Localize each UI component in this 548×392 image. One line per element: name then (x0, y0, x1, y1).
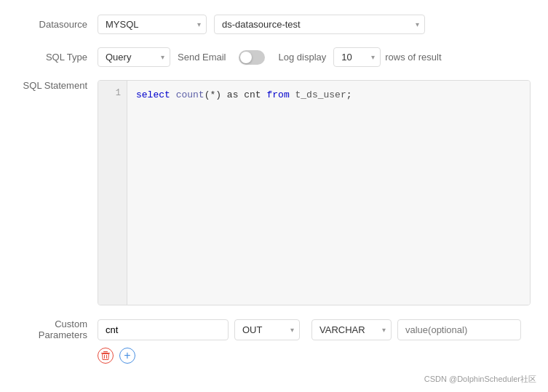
datasource-type-wrapper: MYSQL POSTGRESQL HIVE SPARK ▾ (98, 15, 207, 34)
param-direction-select[interactable]: OUT IN DIRECT (234, 319, 300, 340)
action-icons-row: + (98, 348, 531, 364)
param-name-input[interactable] (98, 319, 229, 340)
sql-editor-container: 1 select count(*) as cnt from t_ds_user; (98, 80, 531, 305)
sql-statement-label: SQL Statement (17, 80, 98, 91)
param-type-select[interactable]: VARCHAR INTEGER LONG FLOAT DOUBLE DATE T… (311, 319, 392, 340)
datasource-type-select[interactable]: MYSQL POSTGRESQL HIVE SPARK (98, 15, 207, 34)
param-value-input[interactable] (397, 319, 521, 340)
send-email-toggle[interactable] (239, 50, 265, 65)
custom-parameters-label: Custom Parameters (17, 319, 98, 340)
log-display-select[interactable]: 10 25 50 100 (333, 47, 381, 67)
line-numbers: 1 (98, 81, 127, 305)
param-direction-wrapper: OUT IN DIRECT ▾ (234, 319, 300, 340)
datasource-label: Datasource (17, 19, 98, 30)
toggle-knob (240, 52, 252, 63)
param-type-wrapper: VARCHAR INTEGER LONG FLOAT DOUBLE DATE T… (311, 319, 392, 340)
add-param-button[interactable]: + (119, 348, 135, 364)
sql-type-label: SQL Type (17, 52, 98, 63)
add-icon: + (124, 350, 130, 361)
svg-rect-1 (103, 351, 108, 352)
line-number-1: 1 (104, 88, 121, 98)
sql-type-wrapper: Query Non-Query ▾ (98, 47, 170, 67)
delete-param-button[interactable] (98, 348, 114, 364)
trash-icon (100, 351, 111, 361)
rows-of-result-label: rows of result (385, 52, 441, 63)
datasource-name-select[interactable]: ds-datasource-test (214, 15, 425, 34)
footer-text: CSDN @DolphinScheduler社区 (424, 374, 536, 385)
log-display-wrapper: 10 25 50 100 ▾ (333, 47, 381, 67)
send-email-toggle-wrapper[interactable] (239, 50, 265, 65)
sql-type-select[interactable]: Query Non-Query (98, 47, 170, 67)
datasource-name-wrapper: ds-datasource-test ▾ (214, 15, 425, 34)
sql-code-area[interactable]: select count(*) as cnt from t_ds_user; (127, 81, 530, 305)
send-email-label: Send Email (178, 52, 226, 63)
log-display-label: Log display (278, 52, 326, 63)
